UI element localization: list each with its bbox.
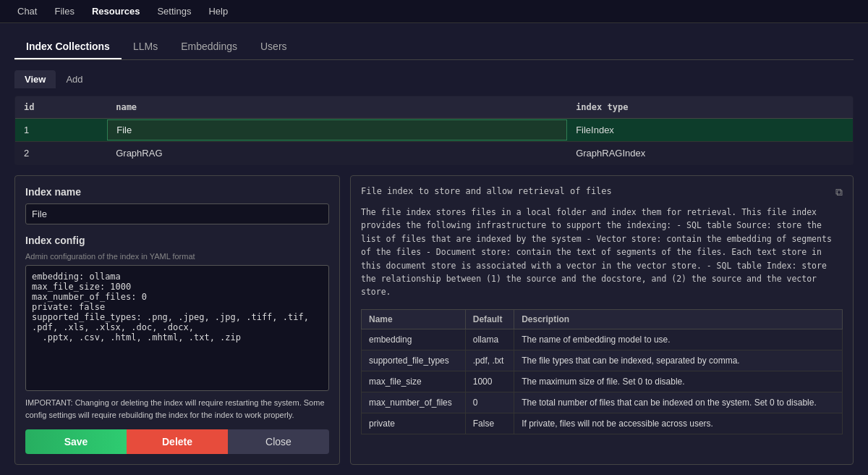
doc-title: File index to store and allow retrieval … — [361, 186, 612, 196]
config-col-description: Description — [514, 309, 843, 329]
warning-text: IMPORTANT: Changing or deleting the inde… — [25, 397, 329, 421]
nav-chat[interactable]: Chat — [9, 1, 46, 21]
nav-settings[interactable]: Settings — [148, 1, 200, 21]
row2-id: 2 — [15, 142, 108, 165]
config-table-row: embeddingollamaThe name of embedding mod… — [362, 329, 843, 350]
config-table-row: privateFalseIf private, files will not b… — [362, 413, 843, 434]
config-row-description: The file types that can be indexed, sepa… — [514, 350, 843, 371]
index-name-label: Index name — [25, 186, 329, 198]
config-row-description: The maximum size of file. Set 0 to disab… — [514, 371, 843, 392]
config-row-description: If private, files will not be accessible… — [514, 413, 843, 434]
main-tabs: Index Collections LLMs Embeddings Users — [14, 35, 854, 60]
index-name-input[interactable] — [25, 203, 329, 224]
delete-button[interactable]: Delete — [127, 429, 228, 454]
config-row-default: .pdf, .txt — [465, 350, 514, 371]
nav-help[interactable]: Help — [200, 1, 237, 21]
row2-index-type: GraphRAGIndex — [567, 142, 853, 165]
config-table-row: supported_file_types.pdf, .txtThe file t… — [362, 350, 843, 371]
config-row-description: The name of embedding model to use. — [514, 329, 843, 350]
tab-index-collections[interactable]: Index Collections — [14, 35, 122, 59]
form-left: Index name Index config Admin configurat… — [14, 175, 340, 465]
nav-resources[interactable]: Resources — [83, 1, 148, 21]
config-row-description: The total number of files that can be in… — [514, 392, 843, 413]
config-row-name: max_file_size — [362, 371, 466, 392]
config-row-default: False — [465, 413, 514, 434]
config-col-name: Name — [362, 309, 466, 329]
action-buttons: Save Delete Close — [25, 429, 329, 454]
top-nav: Chat Files Resources Settings Help — [0, 0, 868, 23]
sub-tab-add[interactable]: Add — [56, 70, 93, 88]
config-row-default: 0 — [465, 392, 514, 413]
nav-files[interactable]: Files — [46, 1, 82, 21]
config-row-name: max_number_of_files — [362, 392, 466, 413]
index-table: id name index type 1 FileIndex 2 GraphRA… — [14, 96, 854, 165]
table-row[interactable]: 1 FileIndex — [15, 119, 854, 142]
index-config-label: Index config — [25, 235, 329, 246]
col-id: id — [15, 96, 108, 119]
row1-index-type: FileIndex — [567, 119, 853, 142]
main-content: Index Collections LLMs Embeddings Users … — [0, 23, 868, 475]
tab-users[interactable]: Users — [249, 35, 299, 59]
config-row-name: private — [362, 413, 466, 434]
row1-name — [107, 119, 567, 142]
config-row-default: 1000 — [465, 371, 514, 392]
config-col-default: Default — [465, 309, 514, 329]
form-panel: Index name Index config Admin configurat… — [14, 175, 854, 465]
form-right: File index to store and allow retrieval … — [350, 175, 854, 465]
sub-tabs: View Add — [14, 70, 854, 88]
config-row-name: embedding — [362, 329, 466, 350]
doc-header: File index to store and allow retrieval … — [361, 186, 843, 198]
copy-icon[interactable]: ⧉ — [835, 186, 843, 198]
index-config-sublabel: Admin configuration of the index in YAML… — [25, 252, 329, 261]
config-table-row: max_number_of_files0The total number of … — [362, 392, 843, 413]
save-button[interactable]: Save — [25, 429, 127, 454]
doc-body: The file index stores files in a local f… — [361, 206, 843, 299]
config-row-name: supported_file_types — [362, 350, 466, 371]
index-config-textarea[interactable]: embedding: ollama max_file_size: 1000 ma… — [25, 265, 329, 391]
table-row[interactable]: 2 GraphRAG GraphRAGIndex — [15, 142, 854, 165]
config-table-row: max_file_size1000The maximum size of fil… — [362, 371, 843, 392]
col-index-type: index type — [567, 96, 853, 119]
tab-embeddings[interactable]: Embeddings — [169, 35, 249, 59]
tab-llms[interactable]: LLMs — [122, 35, 169, 59]
config-table: Name Default Description embeddingollama… — [361, 309, 843, 434]
row1-name-input[interactable] — [116, 125, 558, 135]
row1-id: 1 — [15, 119, 108, 142]
close-button[interactable]: Close — [228, 429, 329, 454]
row2-name: GraphRAG — [107, 142, 567, 165]
col-name: name — [107, 96, 567, 119]
sub-tab-view[interactable]: View — [14, 70, 56, 88]
config-row-default: ollama — [465, 329, 514, 350]
